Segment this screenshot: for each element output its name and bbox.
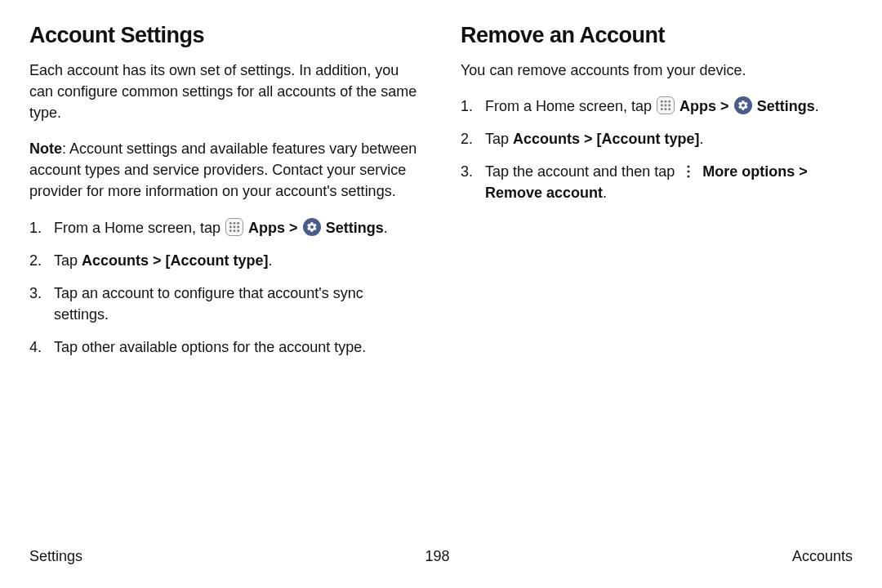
left-column: Account Settings Each account has its ow…	[29, 23, 421, 369]
svg-point-20	[688, 175, 690, 177]
note-label: Note	[29, 140, 62, 157]
footer-right: Accounts	[792, 548, 853, 565]
step-2: Tap Accounts > [Account type].	[29, 250, 421, 271]
more-options-icon	[679, 163, 697, 180]
svg-point-12	[661, 105, 663, 107]
more-options-label: More options	[702, 163, 795, 180]
step-3: Tap the account and then tap More option…	[461, 161, 853, 203]
svg-point-17	[668, 109, 670, 111]
page-footer: Settings 198 Accounts	[29, 548, 853, 565]
svg-point-15	[661, 109, 663, 111]
apps-label: Apps	[679, 98, 716, 114]
svg-point-1	[234, 222, 236, 225]
settings-label: Settings	[326, 220, 384, 236]
svg-point-18	[688, 165, 690, 167]
footer-page-number: 198	[425, 548, 449, 565]
apps-icon	[657, 96, 675, 114]
svg-point-19	[688, 170, 690, 172]
apps-icon	[225, 218, 243, 236]
steps-list-left: From a Home screen, tap Apps > Settings.…	[29, 217, 421, 358]
svg-point-8	[237, 229, 239, 232]
svg-point-2	[237, 222, 239, 225]
settings-label: Settings	[757, 98, 815, 114]
step-3: Tap an account to configure that account…	[29, 283, 421, 325]
step-2: Tap Accounts > [Account type].	[461, 128, 853, 149]
intro-paragraph: Each account has its own set of settings…	[29, 60, 421, 123]
svg-point-6	[229, 229, 232, 232]
svg-point-13	[665, 105, 667, 107]
svg-point-10	[665, 100, 667, 103]
settings-icon	[303, 218, 321, 236]
svg-point-4	[234, 225, 236, 228]
step-1: From a Home screen, tap Apps > Settings.	[461, 96, 853, 117]
note-paragraph: Note: Account settings and available fea…	[29, 138, 421, 202]
note-body: : Account settings and available feature…	[29, 140, 416, 199]
steps-list-right: From a Home screen, tap Apps > Settings.…	[461, 96, 853, 203]
svg-point-16	[665, 109, 667, 111]
step-4: Tap other available options for the acco…	[29, 336, 421, 358]
svg-point-14	[668, 105, 670, 107]
footer-left: Settings	[29, 548, 82, 565]
intro-paragraph-right: You can remove accounts from your device…	[461, 60, 853, 81]
step-1: From a Home screen, tap Apps > Settings.	[29, 217, 421, 238]
svg-point-9	[661, 100, 663, 103]
svg-point-7	[234, 229, 236, 232]
svg-point-0	[229, 222, 232, 225]
svg-point-11	[668, 100, 670, 103]
heading-remove-account: Remove an Account	[461, 23, 853, 48]
settings-icon	[734, 96, 752, 114]
remove-account-label: Remove account	[485, 185, 603, 201]
svg-point-3	[229, 225, 232, 228]
apps-label: Apps	[248, 220, 285, 236]
svg-point-5	[237, 225, 239, 228]
heading-account-settings: Account Settings	[29, 23, 421, 48]
right-column: Remove an Account You can remove account…	[461, 23, 853, 369]
